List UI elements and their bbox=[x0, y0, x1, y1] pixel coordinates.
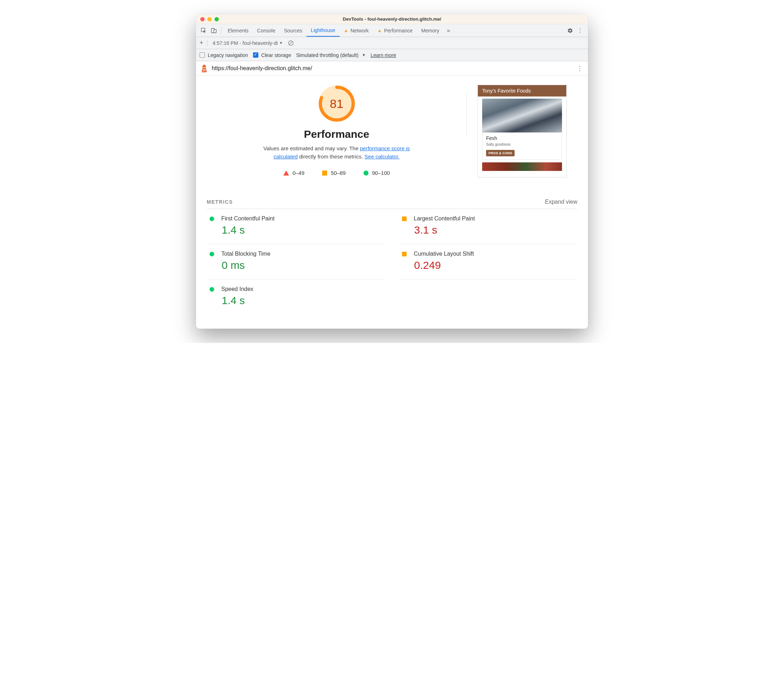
square-icon bbox=[322, 171, 327, 176]
report-url: https://foul-heavenly-direction.glitch.m… bbox=[212, 65, 312, 72]
see-calculator-link[interactable]: See calculator. bbox=[365, 154, 399, 160]
score-column: 81 Performance Values are estimated and … bbox=[207, 82, 466, 177]
devtools-tabbar: Elements Console Sources Lighthouse ▲Net… bbox=[196, 24, 588, 37]
preview-item-name: Fesh bbox=[486, 135, 558, 141]
chevron-down-icon: ▼ bbox=[279, 41, 283, 45]
metric-value: 1.4 s bbox=[222, 224, 385, 236]
tab-lighthouse[interactable]: Lighthouse bbox=[307, 24, 340, 37]
preview-card: Tony's Favorite Foods Fesh Salty goodnes… bbox=[477, 85, 567, 177]
page-preview: Tony's Favorite Foods Fesh Salty goodnes… bbox=[467, 82, 577, 177]
device-toolbar-icon[interactable] bbox=[209, 26, 219, 36]
status-square-icon bbox=[402, 252, 407, 257]
score-legend: 0–49 50–89 90–100 bbox=[207, 170, 466, 176]
status-dot-icon bbox=[210, 216, 214, 221]
preview-item: Fesh Salty goodness PROS & CONS bbox=[482, 132, 562, 160]
preview-header: Tony's Favorite Foods bbox=[478, 85, 566, 96]
metric-value: 1.4 s bbox=[222, 294, 385, 306]
preview-item-sub: Salty goodness bbox=[486, 142, 558, 146]
metric-value: 0 ms bbox=[222, 259, 385, 271]
legend-average: 50–89 bbox=[322, 170, 346, 176]
report-dropdown[interactable]: 4:57:16 PM - foul-heavenly-di ▼ bbox=[211, 39, 285, 47]
legend-pass: 90–100 bbox=[363, 170, 390, 176]
performance-description: Values are estimated and may vary. The p… bbox=[258, 145, 415, 160]
preview-image bbox=[482, 99, 562, 132]
legend-fail: 0–49 bbox=[283, 170, 304, 176]
tab-performance[interactable]: ▲Performance bbox=[373, 24, 417, 37]
tab-sources[interactable]: Sources bbox=[280, 24, 307, 37]
chevron-down-icon: ▼ bbox=[362, 53, 366, 57]
expand-view-toggle[interactable]: Expand view bbox=[545, 199, 577, 205]
circle-icon bbox=[363, 171, 368, 176]
status-dot-icon bbox=[210, 287, 214, 292]
tab-console[interactable]: Console bbox=[253, 24, 279, 37]
devtools-window: DevTools - foul-heavenly-direction.glitc… bbox=[196, 14, 588, 329]
preview-strip bbox=[482, 162, 562, 171]
warning-icon: ▲ bbox=[344, 28, 349, 33]
metric-cls[interactable]: Cumulative Layout Shift 0.249 bbox=[399, 244, 577, 280]
clear-report-icon[interactable] bbox=[288, 40, 294, 46]
metric-si[interactable]: Speed Index 1.4 s bbox=[207, 280, 385, 314]
more-tabs-icon[interactable]: » bbox=[443, 26, 453, 36]
metric-value: 0.249 bbox=[414, 259, 577, 271]
report-label: 4:57:16 PM - foul-heavenly-di bbox=[213, 40, 278, 46]
legacy-nav-checkbox[interactable]: Legacy navigation bbox=[200, 52, 248, 58]
throttling-dropdown[interactable]: Simulated throttling (default) ▼ bbox=[296, 52, 366, 58]
status-square-icon bbox=[402, 216, 407, 221]
triangle-icon bbox=[283, 171, 289, 176]
lighthouse-logo-icon bbox=[201, 64, 207, 72]
metrics-grid: First Contentful Paint 1.4 s Largest Con… bbox=[207, 209, 577, 314]
metrics-title: METRICS bbox=[207, 199, 233, 205]
metric-tbt[interactable]: Total Blocking Time 0 ms bbox=[207, 244, 385, 280]
svg-rect-2 bbox=[214, 30, 216, 33]
report-content: 81 Performance Values are estimated and … bbox=[196, 76, 588, 329]
metrics-header: METRICS Expand view bbox=[207, 199, 577, 209]
performance-gauge[interactable]: 81 bbox=[319, 86, 355, 122]
titlebar: DevTools - foul-heavenly-direction.glitc… bbox=[196, 14, 588, 24]
tab-memory[interactable]: Memory bbox=[417, 24, 444, 37]
checkbox-icon bbox=[200, 52, 205, 58]
metric-lcp[interactable]: Largest Contentful Paint 3.1 s bbox=[399, 209, 577, 244]
learn-more-link[interactable]: Learn more bbox=[371, 52, 396, 58]
window-title: DevTools - foul-heavenly-direction.glitc… bbox=[196, 16, 588, 22]
metric-value: 3.1 s bbox=[414, 224, 577, 236]
clear-storage-checkbox[interactable]: Clear storage bbox=[253, 52, 291, 58]
preview-pros-cons-button: PROS & CONS bbox=[486, 150, 514, 156]
tab-elements[interactable]: Elements bbox=[223, 24, 253, 37]
status-dot-icon bbox=[210, 252, 214, 257]
tab-network[interactable]: ▲Network bbox=[340, 24, 373, 37]
report-menu-icon[interactable]: ⋮ bbox=[577, 64, 583, 72]
inspect-element-icon[interactable] bbox=[199, 26, 209, 36]
metric-fcp[interactable]: First Contentful Paint 1.4 s bbox=[207, 209, 385, 244]
lighthouse-options: Legacy navigation Clear storage Simulate… bbox=[196, 49, 588, 61]
lighthouse-subbar: + 4:57:16 PM - foul-heavenly-di ▼ bbox=[196, 37, 588, 49]
report-urlbar: https://foul-heavenly-direction.glitch.m… bbox=[196, 61, 588, 76]
new-report-button[interactable]: + bbox=[200, 39, 204, 47]
svg-rect-5 bbox=[203, 67, 206, 68]
kebab-menu-icon[interactable]: ⋮ bbox=[575, 26, 585, 36]
svg-line-4 bbox=[289, 42, 292, 45]
warning-icon: ▲ bbox=[377, 28, 382, 33]
checkbox-checked-icon bbox=[253, 52, 258, 58]
performance-heading: Performance bbox=[207, 128, 466, 140]
settings-gear-icon[interactable] bbox=[565, 26, 575, 36]
